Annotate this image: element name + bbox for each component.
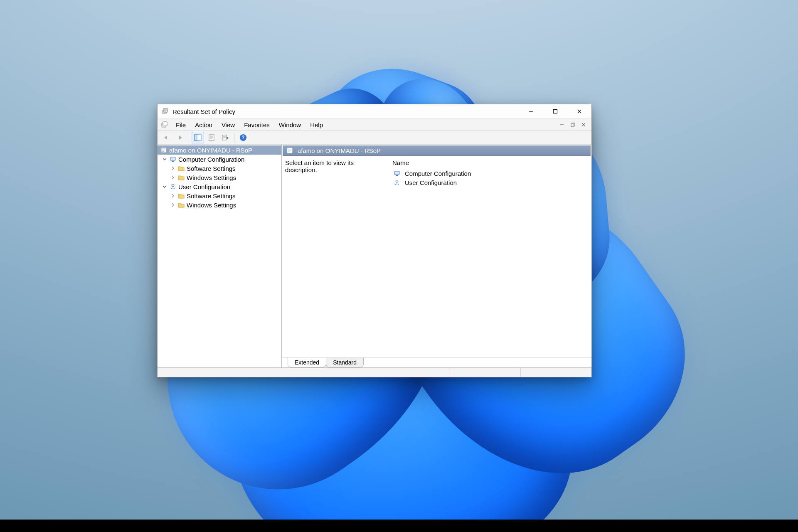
taskbar xyxy=(0,520,798,532)
svg-rect-15 xyxy=(172,161,174,162)
svg-rect-10 xyxy=(222,135,227,140)
tab-standard[interactable]: Standard xyxy=(326,358,364,367)
menu-favorites[interactable]: Favorites xyxy=(240,121,274,129)
folder-icon xyxy=(177,165,185,172)
rsop-window: Resultant Set of Policy File Action View… xyxy=(157,104,592,377)
mdi-restore-button[interactable] xyxy=(567,120,578,129)
tree-node-label: Software Settings xyxy=(187,165,236,172)
chevron-right-icon[interactable] xyxy=(170,175,176,180)
tree-node-windows-settings[interactable]: Windows Settings xyxy=(158,173,281,182)
status-cell xyxy=(158,368,450,377)
detail-pane: afamo on ONYIMADU - RSoP Select an item … xyxy=(282,145,591,367)
view-tabs: Extended Standard xyxy=(282,357,591,367)
tree-node-computer-config[interactable]: Computer Configuration xyxy=(158,155,281,164)
user-icon xyxy=(393,179,401,186)
chevron-right-icon[interactable] xyxy=(170,202,176,208)
mdi-minimize-button[interactable] xyxy=(557,120,567,129)
menu-view[interactable]: View xyxy=(217,121,239,129)
statusbar xyxy=(158,367,591,377)
column-header-name[interactable]: Name xyxy=(392,159,588,169)
tree-node-label: Software Settings xyxy=(187,192,236,200)
tab-extended[interactable]: Extended xyxy=(288,357,326,367)
menu-help[interactable]: Help xyxy=(306,121,327,129)
toolbar: ? xyxy=(158,131,591,145)
detail-header-text: afamo on ONYIMADU - RSoP xyxy=(298,147,381,154)
mmc-icon xyxy=(160,120,169,129)
tree-node-label: User Configuration xyxy=(178,183,230,190)
titlebar[interactable]: Resultant Set of Policy xyxy=(158,104,591,119)
status-cell xyxy=(450,368,521,377)
svg-rect-2 xyxy=(554,110,557,113)
properties-button[interactable] xyxy=(205,132,218,143)
tree-node-software-settings[interactable]: Software Settings xyxy=(158,191,281,200)
svg-rect-4 xyxy=(163,122,167,126)
toolbar-separator xyxy=(234,133,234,142)
tree-node-windows-settings[interactable]: Windows Settings xyxy=(158,200,281,209)
tree-node-user-config[interactable]: User Configuration xyxy=(158,182,281,191)
svg-rect-19 xyxy=(396,175,398,176)
toolbar-separator xyxy=(189,133,189,142)
mdi-close-button[interactable] xyxy=(578,120,589,129)
list-item-user-config[interactable]: User Configuration xyxy=(392,178,588,187)
policy-icon xyxy=(286,147,293,154)
svg-text:?: ? xyxy=(241,135,244,140)
description-prompt: Select an item to view its description. xyxy=(285,159,385,357)
chevron-right-icon[interactable] xyxy=(170,193,176,199)
window-title: Resultant Set of Policy xyxy=(172,108,235,115)
menu-window[interactable]: Window xyxy=(275,121,305,129)
folder-icon xyxy=(177,201,185,209)
svg-rect-8 xyxy=(195,135,197,140)
tree-node-label: Windows Settings xyxy=(187,202,236,209)
mdi-controls xyxy=(557,120,589,129)
show-hide-tree-button[interactable] xyxy=(192,132,204,143)
computer-icon xyxy=(169,155,177,163)
menu-file[interactable]: File xyxy=(172,121,190,129)
tree-root[interactable]: afamo on ONYIMADU - RSoP xyxy=(158,145,281,155)
app-icon xyxy=(161,107,169,116)
forward-button[interactable] xyxy=(174,132,186,143)
svg-rect-6 xyxy=(571,124,574,127)
export-list-button[interactable] xyxy=(219,132,232,143)
detail-header: afamo on ONYIMADU - RSoP xyxy=(283,145,591,156)
menu-action[interactable]: Action xyxy=(191,121,217,129)
minimize-button[interactable] xyxy=(519,104,543,118)
folder-icon xyxy=(177,192,185,200)
list-item-label: User Configuration xyxy=(405,179,457,186)
maximize-button[interactable] xyxy=(543,104,567,118)
chevron-down-icon[interactable] xyxy=(162,156,167,162)
close-button[interactable] xyxy=(567,104,591,118)
svg-point-16 xyxy=(172,184,174,187)
computer-icon xyxy=(393,170,401,177)
folder-icon xyxy=(177,174,185,181)
list-item-computer-config[interactable]: Computer Configuration xyxy=(392,169,588,178)
chevron-down-icon[interactable] xyxy=(162,184,167,190)
user-icon xyxy=(169,183,177,190)
help-button[interactable]: ? xyxy=(237,132,249,143)
status-cell xyxy=(521,368,591,377)
menubar: File Action View Favorites Window Help xyxy=(158,119,591,131)
tree-node-software-settings[interactable]: Software Settings xyxy=(158,164,281,173)
tree-node-label: Windows Settings xyxy=(187,174,236,181)
svg-point-20 xyxy=(396,180,398,182)
policy-icon xyxy=(160,146,167,154)
tree-node-label: Computer Configuration xyxy=(178,156,244,163)
back-button[interactable] xyxy=(160,132,172,143)
svg-rect-18 xyxy=(394,171,399,175)
list-item-label: Computer Configuration xyxy=(405,170,471,177)
console-tree[interactable]: afamo on ONYIMADU - RSoP Computer Config… xyxy=(158,145,282,367)
svg-rect-14 xyxy=(170,157,175,160)
tree-root-label: afamo on ONYIMADU - RSoP xyxy=(169,147,252,154)
chevron-right-icon[interactable] xyxy=(170,165,176,171)
